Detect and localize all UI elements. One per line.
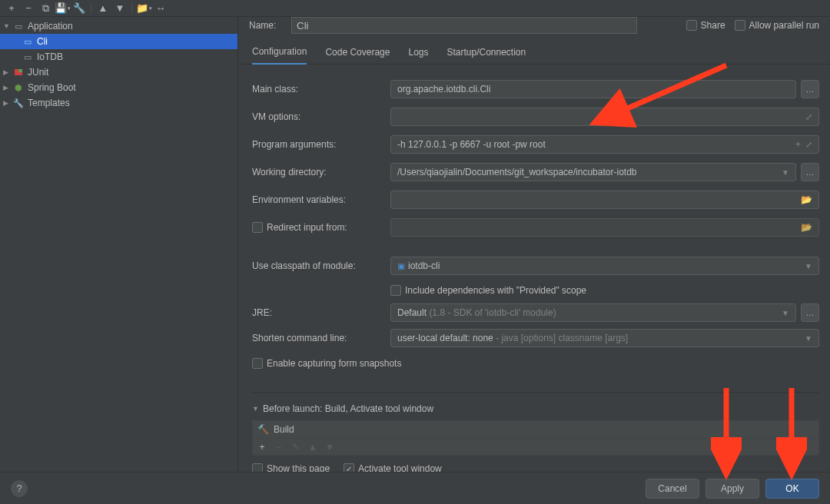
bl-add-button[interactable]: +	[254, 442, 270, 453]
classpath-select[interactable]: ▣iotdb-cli▼	[390, 257, 819, 275]
working-dir-browse[interactable]: …	[801, 163, 819, 181]
tab-configuration[interactable]: Configuration	[252, 40, 307, 65]
jre-label: JRE:	[252, 307, 390, 318]
name-input[interactable]	[291, 17, 637, 34]
tree-node-cli[interactable]: ▭Cli	[0, 34, 237, 49]
sidebar-toolbar: + − ⧉ 💾 🔧 ▲ ▼ 📁 ↔	[0, 0, 830, 17]
ok-button[interactable]: OK	[765, 479, 819, 499]
tab-code-coverage[interactable]: Code Coverage	[325, 40, 390, 65]
parallel-checkbox[interactable]: Allow parallel run	[735, 20, 819, 31]
vm-options-label: VM options:	[252, 111, 390, 122]
folder-icon[interactable]: 📁	[137, 2, 151, 15]
working-dir-label: Working directory:	[252, 167, 390, 177]
move-down-icon[interactable]: ▼	[113, 2, 127, 15]
hammer-icon: 🔨	[257, 424, 269, 435]
move-up-icon[interactable]: ▲	[96, 2, 110, 15]
env-vars-input[interactable]: 📂	[390, 191, 819, 209]
add-icon[interactable]: +	[5, 2, 18, 15]
tab-logs[interactable]: Logs	[408, 40, 428, 65]
apply-button[interactable]: Apply	[706, 479, 759, 499]
classpath-label: Use classpath of module:	[252, 260, 390, 271]
tab-startup[interactable]: Startup/Connection	[447, 40, 526, 65]
redirect-input-checkbox[interactable]: Redirect input from:	[252, 222, 390, 233]
save-icon[interactable]: 💾	[55, 2, 69, 15]
tree-node-iotdb[interactable]: ▭IoTDB	[0, 49, 237, 65]
snapshots-checkbox[interactable]: Enable capturing form snapshots	[252, 358, 401, 369]
tree-node-application[interactable]: ▼▭Application	[0, 18, 237, 34]
cancel-button[interactable]: Cancel	[646, 479, 699, 499]
working-dir-input[interactable]: /Users/qiaojialin/Documents/git_workspac…	[390, 163, 796, 181]
main-class-input[interactable]: org.apache.iotdb.cli.Cli	[390, 80, 796, 98]
before-launch-item-build[interactable]: 🔨Build	[253, 421, 818, 438]
provided-scope-checkbox[interactable]: Include dependencies with "Provided" sco…	[390, 285, 586, 296]
module-icon: ▣	[397, 261, 405, 271]
shorten-label: Shorten command line:	[252, 333, 390, 343]
program-args-label: Program arguments:	[252, 139, 390, 150]
tree-node-junit[interactable]: ▶JUnit	[0, 65, 237, 80]
sidebar: ▼▭Application ▭Cli ▭IoTDB ▶JUnit ▶⬢Sprin…	[0, 17, 238, 472]
bl-down-button[interactable]: ▼	[322, 442, 337, 453]
bl-up-button[interactable]: ▲	[305, 442, 320, 453]
bl-remove-button[interactable]: −	[271, 442, 287, 453]
env-vars-label: Environment variables:	[252, 194, 390, 205]
jre-browse[interactable]: …	[801, 303, 819, 322]
expand-icon[interactable]: ↔	[154, 2, 168, 15]
redirect-input-field: 📂	[390, 218, 819, 237]
bl-edit-button[interactable]: ✎	[288, 442, 304, 453]
before-launch-header[interactable]: ▼Before launch: Build, Activate tool win…	[252, 400, 819, 417]
folder-open-icon: 📂	[801, 222, 812, 233]
jre-select[interactable]: Default (1.8 - SDK of 'iotdb-cli' module…	[390, 303, 796, 322]
vm-options-input[interactable]: ⤢	[390, 108, 819, 126]
shorten-select[interactable]: user-local default: none - java [options…	[390, 329, 819, 347]
name-label: Name:	[249, 20, 282, 31]
tabs: Configuration Code Coverage Logs Startup…	[238, 40, 830, 65]
tree-node-templates[interactable]: ▶🔧Templates	[0, 95, 237, 111]
main-panel: Name: Share Allow parallel run Configura…	[238, 17, 830, 472]
copy-icon[interactable]: ⧉	[38, 2, 52, 15]
help-button[interactable]: ?	[11, 480, 28, 497]
tree-node-spring[interactable]: ▶⬢Spring Boot	[0, 80, 237, 95]
main-class-label: Main class:	[252, 84, 390, 94]
wrench-icon[interactable]: 🔧	[72, 2, 86, 15]
program-args-input[interactable]: -h 127.0.0.1 -p 6667 -u root -pw root+⤢	[390, 135, 819, 154]
folder-open-icon[interactable]: 📂	[801, 194, 812, 205]
share-checkbox[interactable]: Share	[686, 20, 725, 31]
remove-icon[interactable]: −	[22, 2, 35, 15]
main-class-browse[interactable]: …	[801, 80, 819, 98]
